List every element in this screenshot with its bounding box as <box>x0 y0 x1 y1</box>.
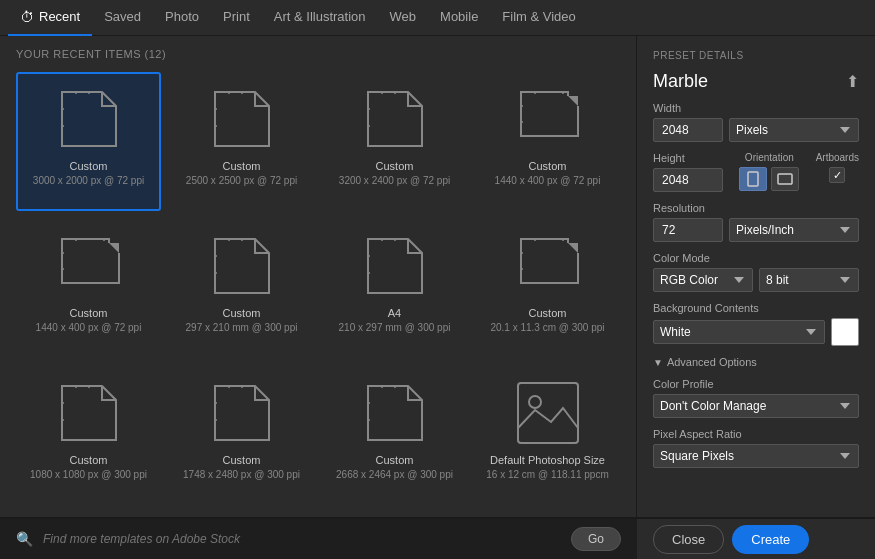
grid-item-11[interactable]: Default Photoshop Size 16 x 12 cm @ 118.… <box>475 366 620 505</box>
doc-icon-7 <box>513 231 583 301</box>
bottom-search-bar: 🔍 Go <box>0 518 637 559</box>
tab-print-label: Print <box>223 9 250 24</box>
item-desc-7: 20.1 x 11.3 cm @ 300 ppi <box>490 321 604 334</box>
grid-item-2[interactable]: Custom 3200 x 2400 px @ 72 ppi <box>322 72 467 211</box>
section-title: YOUR RECENT ITEMS (12) <box>16 48 620 60</box>
height-input[interactable] <box>653 168 723 192</box>
resolution-field: Resolution Pixels/InchPixels/Centimeter <box>653 202 859 242</box>
tab-mobile[interactable]: Mobile <box>428 0 490 36</box>
pixel-aspect-label: Pixel Aspect Ratio <box>653 428 859 440</box>
item-desc-5: 297 x 210 mm @ 300 ppi <box>186 321 298 334</box>
height-orientation-row: Height Orientation Artboards <box>653 152 859 192</box>
tab-web-label: Web <box>390 9 417 24</box>
advanced-options-label: Advanced Options <box>667 356 757 368</box>
tab-photo[interactable]: Photo <box>153 0 211 36</box>
resolution-unit-select[interactable]: Pixels/InchPixels/Centimeter <box>729 218 859 242</box>
item-label-7: Custom <box>529 307 567 319</box>
doc-icon-3 <box>513 84 583 154</box>
tab-photo-label: Photo <box>165 9 199 24</box>
portrait-orientation-button[interactable] <box>739 167 767 191</box>
bottom-actions: Close Create <box>637 518 875 559</box>
item-desc-2: 3200 x 2400 px @ 72 ppi <box>339 174 450 187</box>
color-mode-select[interactable]: RGB ColorCMYK ColorGrayscale <box>653 268 753 292</box>
tab-web[interactable]: Web <box>378 0 429 36</box>
item-label-3: Custom <box>529 160 567 172</box>
svg-rect-57 <box>748 172 758 186</box>
svg-marker-25 <box>215 239 269 293</box>
bg-color-swatch[interactable] <box>831 318 859 346</box>
doc-icon-2 <box>360 84 430 154</box>
doc-icon-9 <box>207 378 277 448</box>
width-input[interactable] <box>653 118 723 142</box>
width-field: Width PixelsInchesCentimetersMillimeters <box>653 102 859 142</box>
resolution-label: Resolution <box>653 202 859 214</box>
svg-marker-45 <box>215 386 269 440</box>
item-label-4: Custom <box>70 307 108 319</box>
tab-film-label: Film & Video <box>502 9 575 24</box>
color-mode-label: Color Mode <box>653 252 859 264</box>
tab-film[interactable]: Film & Video <box>490 0 587 36</box>
item-desc-9: 1748 x 2480 px @ 300 ppi <box>183 468 300 481</box>
resolution-input[interactable] <box>653 218 723 242</box>
tab-art-label: Art & Illustration <box>274 9 366 24</box>
artboards-checkbox[interactable] <box>829 167 845 183</box>
grid-item-6[interactable]: A4 210 x 297 mm @ 300 ppi <box>322 219 467 358</box>
pixel-aspect-select[interactable]: Square PixelsD1/DV NTSC (0.91)D1/DV PAL … <box>653 444 859 468</box>
item-label-5: Custom <box>223 307 261 319</box>
go-button[interactable]: Go <box>571 527 621 551</box>
preset-details-title: PRESET DETAILS <box>653 50 859 61</box>
height-label: Height <box>653 152 723 164</box>
grid-item-10[interactable]: Custom 2668 x 2464 px @ 300 ppi <box>322 366 467 505</box>
grid-item-0[interactable]: Custom 3000 x 2000 px @ 72 ppi <box>16 72 161 211</box>
tab-print[interactable]: Print <box>211 0 262 36</box>
landscape-orientation-button[interactable] <box>771 167 799 191</box>
orientation-buttons <box>739 167 799 191</box>
pixel-aspect-field: Pixel Aspect Ratio Square PixelsD1/DV NT… <box>653 428 859 468</box>
artboards-label: Artboards <box>816 152 859 163</box>
svg-marker-5 <box>215 92 269 146</box>
bg-contents-label: Background Contents <box>653 302 859 314</box>
grid-item-7[interactable]: Custom 20.1 x 11.3 cm @ 300 ppi <box>475 219 620 358</box>
bit-depth-select[interactable]: 8 bit16 bit32 bit <box>759 268 859 292</box>
item-desc-0: 3000 x 2000 px @ 72 ppi <box>33 174 144 187</box>
stock-search-input[interactable] <box>43 532 561 546</box>
right-panel: PRESET DETAILS Marble ⬆ Width PixelsInch… <box>637 36 875 517</box>
svg-rect-58 <box>778 174 792 184</box>
item-label-6: A4 <box>388 307 401 319</box>
close-button[interactable]: Close <box>653 525 724 554</box>
grid-item-4[interactable]: Custom 1440 x 400 px @ 72 ppi <box>16 219 161 358</box>
preset-name-row: Marble ⬆ <box>653 71 859 92</box>
svg-marker-40 <box>62 386 116 440</box>
preset-name: Marble <box>653 71 708 92</box>
grid-item-3[interactable]: Custom 1440 x 400 px @ 72 ppi <box>475 72 620 211</box>
item-label-10: Custom <box>376 454 414 466</box>
item-desc-1: 2500 x 2500 px @ 72 ppi <box>186 174 297 187</box>
grid-item-8[interactable]: Custom 1080 x 1080 px @ 300 ppi <box>16 366 161 505</box>
item-desc-6: 210 x 297 mm @ 300 ppi <box>339 321 451 334</box>
doc-icon-4 <box>54 231 124 301</box>
item-desc-11: 16 x 12 cm @ 118.11 ppcm <box>486 468 608 481</box>
toggle-arrow-icon: ▼ <box>653 357 663 368</box>
grid-item-9[interactable]: Custom 1748 x 2480 px @ 300 ppi <box>169 366 314 505</box>
color-profile-label: Color Profile <box>653 378 859 390</box>
tab-art[interactable]: Art & Illustration <box>262 0 378 36</box>
advanced-options-toggle[interactable]: ▼ Advanced Options <box>653 356 859 368</box>
width-unit-select[interactable]: PixelsInchesCentimetersMillimeters <box>729 118 859 142</box>
tab-mobile-label: Mobile <box>440 9 478 24</box>
create-button[interactable]: Create <box>732 525 809 554</box>
bg-contents-select[interactable]: WhiteBlackTransparent <box>653 320 825 344</box>
main-content: YOUR RECENT ITEMS (12) Custom 3000 x 200… <box>0 36 875 517</box>
grid-item-5[interactable]: Custom 297 x 210 mm @ 300 ppi <box>169 219 314 358</box>
tab-recent[interactable]: ⏱ Recent <box>8 0 92 36</box>
orientation-col: Orientation <box>729 152 810 191</box>
item-label-8: Custom <box>70 454 108 466</box>
top-nav: ⏱ Recent Saved Photo Print Art & Illustr… <box>0 0 875 36</box>
tab-saved[interactable]: Saved <box>92 0 153 36</box>
artboards-col: Artboards <box>816 152 859 183</box>
tab-saved-label: Saved <box>104 9 141 24</box>
grid-item-1[interactable]: Custom 2500 x 2500 px @ 72 ppi <box>169 72 314 211</box>
save-preset-icon[interactable]: ⬆ <box>846 72 859 91</box>
svg-marker-20 <box>109 243 119 253</box>
svg-marker-15 <box>568 96 578 106</box>
color-profile-select[interactable]: Don't Color ManagesRGB IEC61966-2.1Adobe… <box>653 394 859 418</box>
